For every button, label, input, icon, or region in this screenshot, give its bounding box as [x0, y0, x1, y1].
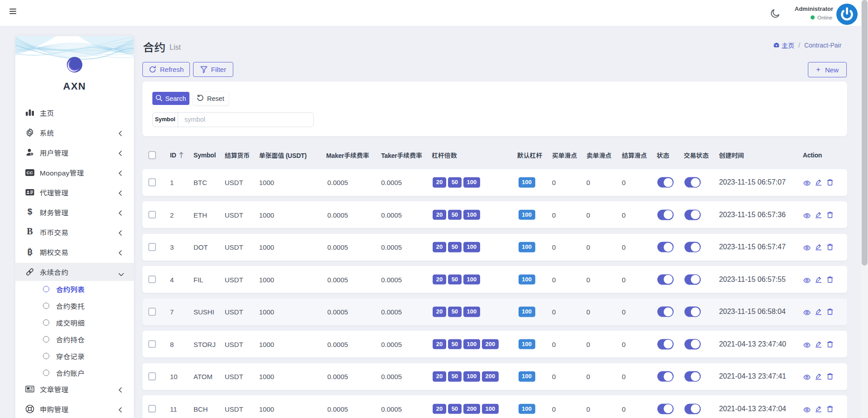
svg-text:B: B	[28, 248, 33, 256]
